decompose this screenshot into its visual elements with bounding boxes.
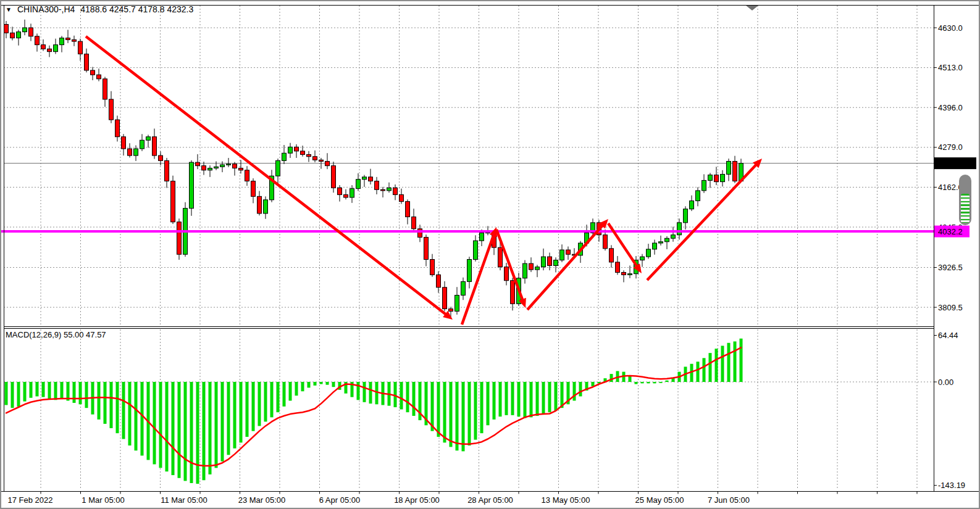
svg-text:4032.2: 4032.2: [938, 227, 963, 236]
candlesticks: [4, 20, 743, 319]
chart-canvas: 4630.04513.04396.04279.04162.04045.03926…: [1, 1, 979, 508]
date-label: 11 Mar 05:00: [161, 495, 207, 505]
price-tick-label: 3809.5: [938, 303, 963, 312]
price-tick-label: 3926.5: [938, 263, 963, 272]
ohlc-quotes: 4188.6 4245.7 4178.8 4232.3: [80, 4, 193, 14]
time-axis: 17 Feb 20221 Mar 05:0011 Mar 05:0023 Mar…: [7, 492, 917, 505]
macd-tick-label: 64.44: [938, 331, 958, 340]
symbol-period-label: CHINA300-,H4: [17, 4, 75, 14]
macd-indicator-label: MACD(12,26,9) 55.00 47.57: [6, 330, 106, 339]
macd-axis: 64.440.00-143.19: [934, 331, 965, 490]
date-label: 17 Feb 2022: [7, 495, 52, 505]
date-label: 13 May 05:00: [542, 495, 590, 505]
date-label: 1 Mar 05:00: [82, 495, 124, 505]
scrollbar-thumb[interactable]: [959, 175, 971, 225]
macd-tick-label: 0.00: [938, 378, 953, 387]
date-label: 7 Jun 05:00: [708, 495, 750, 505]
date-label: 28 Apr 05:00: [467, 495, 513, 505]
symbol-dropdown-icon[interactable]: ▼: [6, 7, 12, 13]
price-tick-label: 4630.0: [938, 23, 963, 33]
macd-tick-label: -143.19: [938, 481, 965, 490]
price-tick-label: 4279.0: [938, 143, 963, 152]
trend-arrows[interactable]: [86, 36, 762, 325]
price-tick-label: 4513.0: [938, 63, 963, 72]
price-axis: 4630.04513.04396.04279.04162.04045.03926…: [934, 23, 976, 312]
chart-title: ▼ CHINA300-,H4 4188.6 4245.7 4178.8 4232…: [6, 4, 193, 14]
date-label: 6 Apr 05:00: [319, 495, 361, 505]
scrollbar-stripes: [961, 194, 970, 223]
chart-shift-marker[interactable]: [746, 6, 758, 10]
date-label: 18 Apr 05:00: [394, 495, 440, 505]
price-tick-label: 4396.0: [938, 103, 963, 112]
svg-text:4232.3: 4232.3: [938, 159, 963, 168]
date-label: 25 May 05:00: [635, 495, 684, 505]
mt4-chart-window: 4630.04513.04396.04279.04162.04045.03926…: [0, 0, 980, 509]
macd-histogram: [5, 339, 743, 484]
date-label: 23 Mar 05:00: [238, 495, 286, 505]
